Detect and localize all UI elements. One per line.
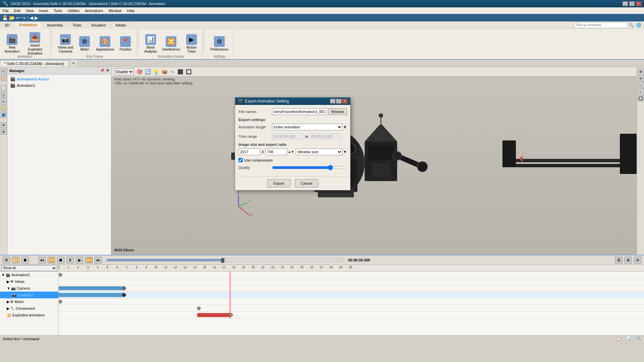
select-tool[interactable]: ↖	[1, 68, 7, 74]
menu-help[interactable]: Help	[124, 8, 138, 13]
vp-tool-6[interactable]: ⬛	[177, 69, 183, 74]
motor-button[interactable]: ⚙ Motor	[76, 35, 93, 53]
qa-undo[interactable]: ↩	[16, 15, 20, 20]
track-bar-exploded[interactable]	[197, 313, 231, 317]
search-icon[interactable]: 🔍	[629, 23, 634, 27]
minimize-btn[interactable]: _	[623, 1, 628, 6]
show-all-dropdown[interactable]: Show all	[1, 265, 57, 271]
use-compression-checkbox[interactable]	[238, 158, 243, 162]
tl-stop-btn[interactable]: ⏹	[57, 257, 64, 263]
rt-4[interactable]: ↕	[638, 88, 644, 95]
file-path-input[interactable]	[272, 108, 327, 115]
tl-animation2[interactable]: ▼ 🎬 Animation2	[0, 272, 58, 278]
help-icon[interactable]: 🌐	[636, 23, 641, 27]
rt-1[interactable]: ⊕	[638, 68, 644, 74]
kf-anim2-start[interactable]	[59, 273, 63, 277]
tl-exploded[interactable]: 💥 Exploded animation	[0, 312, 58, 318]
qa-back[interactable]: ◀	[30, 15, 33, 20]
menu-insert[interactable]: Insert	[36, 8, 51, 13]
vp-tool-3[interactable]: 💡	[153, 69, 159, 74]
tool-9[interactable]: ⊗	[1, 129, 7, 135]
vp-tool-1[interactable]: 🎯	[137, 69, 142, 74]
dialog-maximize[interactable]: □	[336, 99, 341, 104]
views-cameras-button[interactable]: 📷 Views andCameras	[56, 33, 75, 55]
tl-settings-btn[interactable]: ⚙	[3, 257, 10, 263]
position-button[interactable]: 📍 Position	[117, 35, 133, 53]
band-analysis-button[interactable]: 📊 BandAnalysis	[142, 33, 159, 55]
active-tab[interactable]: * SelIt-C-00-00.Z3ASM - {Animation}	[0, 60, 69, 67]
image-height-input[interactable]	[265, 148, 287, 155]
rt-2[interactable]: ⊖	[638, 75, 644, 81]
tl-end-btn[interactable]: ⏭	[95, 257, 102, 263]
vp-tool-2[interactable]: 🔄	[145, 69, 151, 74]
qa-fwd[interactable]: ▶	[35, 15, 38, 20]
kf-comp-mid[interactable]	[197, 306, 201, 311]
tool-5[interactable]: ✏	[1, 99, 7, 105]
tl-motor[interactable]: ▶ ⚙ Motor	[0, 298, 58, 305]
tool-7[interactable]: 🔵	[1, 112, 7, 118]
tool-2[interactable]: ✋	[1, 75, 7, 81]
motion-track-button[interactable]: ▶ MotionTrack	[183, 33, 200, 55]
tl-pause-btn[interactable]: ⏸	[66, 257, 74, 263]
vp-tool-5[interactable]: ↔	[170, 69, 175, 74]
menu-tools[interactable]: Tools	[51, 8, 65, 13]
tl-views[interactable]: ▶ 👁 Views	[0, 278, 58, 285]
rt-5[interactable]: 🔲	[638, 95, 644, 101]
maximize-btn[interactable]: □	[629, 1, 635, 6]
browse-button[interactable]: Browse	[328, 108, 347, 115]
new-tab-btn[interactable]: +	[69, 59, 78, 67]
tool-8[interactable]: ⊕	[1, 122, 7, 128]
cancel-button[interactable]: Cancel	[295, 179, 318, 187]
menu-file[interactable]: File	[0, 8, 11, 13]
anim-length-select[interactable]: Entire animation Custom range	[272, 124, 342, 130]
command-search[interactable]	[574, 22, 628, 28]
close-btn[interactable]: ✕	[636, 1, 641, 6]
track-bar-camera[interactable]	[59, 286, 124, 290]
scrubber-handle[interactable]	[221, 258, 224, 263]
tl-start-btn[interactable]: ⏮	[38, 257, 46, 263]
tool-4[interactable]: ◻	[1, 92, 7, 98]
tool-3[interactable]: ⬜	[1, 85, 7, 91]
tool-6[interactable]: 📐	[1, 105, 7, 111]
qa-save[interactable]: 💾	[2, 15, 8, 20]
tab-visualize[interactable]: Visualize	[86, 21, 111, 29]
panel-pin[interactable]: 📌	[100, 68, 105, 73]
tab-3d[interactable]: 3D	[0, 21, 14, 29]
tl-component[interactable]: ▶ 🔧 Component	[0, 305, 58, 312]
import-exploded-button[interactable]: 📥 Import ExplodedAnimation	[23, 31, 47, 57]
preferences-button[interactable]: ⚙ Preferences	[208, 35, 230, 53]
menu-edit[interactable]: Edit	[11, 8, 23, 13]
vp-tool-7[interactable]: 🔲	[186, 69, 192, 74]
tab-animation[interactable]: Animation	[14, 21, 42, 29]
interference-button[interactable]: 🔀 Interference	[160, 35, 182, 53]
menu-view[interactable]: View	[23, 8, 37, 13]
menu-animations[interactable]: Animations	[82, 8, 106, 13]
vp-tool-4[interactable]: 📦	[162, 69, 167, 74]
status-icon-1[interactable]: 📋	[616, 337, 621, 341]
tab-tools[interactable]: Tools	[68, 21, 87, 29]
timeline-ruler[interactable]: 0123456789101112131415161718192021222324…	[59, 265, 644, 272]
export-button[interactable]: Export	[267, 179, 291, 187]
panel-close[interactable]: ✕	[106, 68, 109, 73]
tl-record-btn[interactable]: ⏺	[21, 257, 29, 263]
new-animation-button[interactable]: 🎬 NewAnimation	[3, 33, 21, 55]
tab-adobe[interactable]: Adobe	[111, 21, 131, 29]
quality-slider[interactable]	[272, 165, 347, 170]
qa-redo[interactable]: ↪	[21, 15, 25, 20]
rt-3[interactable]: ↔	[638, 82, 644, 88]
image-width-input[interactable]	[238, 148, 260, 155]
tree-item-animation1[interactable]: 🎬 Animation1	[9, 82, 110, 88]
tab-assembly[interactable]: Assembly	[42, 21, 68, 29]
menu-utilities[interactable]: Utilities	[65, 8, 82, 13]
status-icon-3[interactable]: 🔧	[637, 337, 641, 341]
kf-motor-start[interactable]	[59, 299, 63, 304]
aspect-select[interactable]: Window size Custom	[296, 148, 342, 155]
tl-loop-btn[interactable]: 🔁	[12, 257, 19, 263]
dialog-close[interactable]: ✕	[342, 99, 347, 104]
menu-window[interactable]: Window	[106, 8, 124, 13]
disable-dropdown[interactable]: Disable	[114, 68, 134, 75]
status-icon-2[interactable]: 📊	[627, 337, 631, 341]
appearance-button[interactable]: 🎨 Appearance	[94, 35, 116, 53]
tl-camera1[interactable]: 📷 Camera1	[0, 292, 58, 298]
track-bar-camera1[interactable]	[59, 293, 124, 297]
